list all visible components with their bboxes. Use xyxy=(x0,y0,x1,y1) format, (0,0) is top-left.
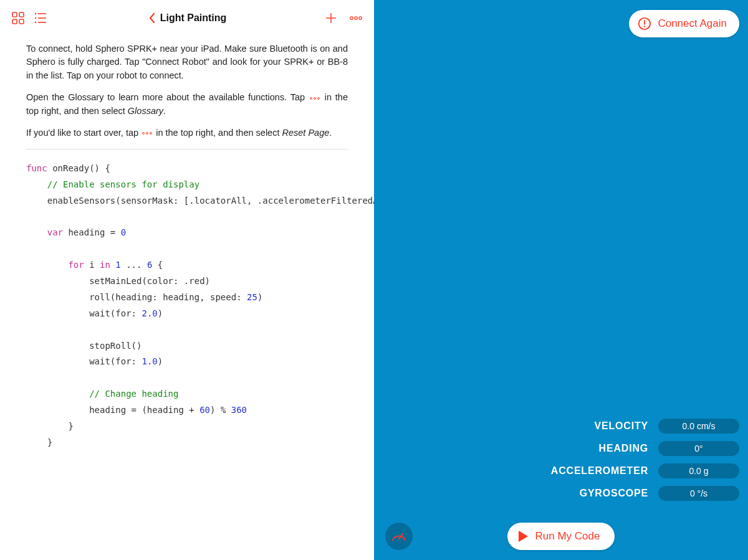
code-pane: Light Painting To connect, hold Sphero S… xyxy=(0,0,374,560)
code-token: ) xyxy=(158,356,163,366)
metric-label: HEADING xyxy=(599,443,648,454)
code-number: 1.0 xyxy=(141,356,157,366)
code-token: { xyxy=(152,260,163,270)
run-my-code-button[interactable]: Run My Code xyxy=(507,523,615,550)
code-number: 360 xyxy=(231,405,247,415)
instruction-p1: To connect, hold Sphero SPRK+ near your … xyxy=(26,42,348,82)
instruction-text: If you'd like to start over, tap xyxy=(26,128,138,138)
metric-label: VELOCITY xyxy=(595,420,648,432)
svg-rect-0 xyxy=(12,12,17,17)
svg-point-17 xyxy=(644,26,645,27)
connect-again-label: Connect Again xyxy=(658,17,727,30)
bottom-bar: Run My Code xyxy=(374,523,748,550)
code-number: 1 xyxy=(115,260,120,270)
metric-heading: HEADING 0° xyxy=(551,441,739,456)
code-token: func xyxy=(26,163,47,173)
speedometer-icon xyxy=(390,528,408,545)
instruction-p3: If you'd like to start over, tap in the … xyxy=(26,126,348,140)
code-token: i xyxy=(84,260,100,270)
reset-page-em: Reset Page xyxy=(282,128,329,138)
code-token: wait(for: xyxy=(89,308,141,318)
svg-point-13 xyxy=(355,17,357,19)
divider xyxy=(26,149,348,149)
code-number: 2.0 xyxy=(141,308,157,318)
code-comment: // Enable sensors for display xyxy=(47,179,199,189)
instruction-p2: Open the Glossary to learn more about th… xyxy=(26,91,348,118)
live-view-pane: Connect Again VELOCITY 0.0 cm/s HEADING … xyxy=(374,0,748,560)
code-token: ) xyxy=(257,292,262,302)
code-token: ... xyxy=(121,260,147,270)
instructions: To connect, hold Sphero SPRK+ near your … xyxy=(26,42,348,140)
code-token: ) xyxy=(158,308,163,318)
code-token: ) % xyxy=(210,405,231,415)
more-dots-icon xyxy=(310,97,320,100)
speed-button[interactable] xyxy=(385,523,413,550)
metric-value: 0° xyxy=(658,441,739,456)
topbar: Light Painting xyxy=(0,0,374,36)
code-token: stopRoll() xyxy=(89,341,141,351)
code-token: } xyxy=(68,421,73,431)
code-comment: // Change heading xyxy=(89,389,178,399)
code-block[interactable]: func onReady() { // Enable sensors for d… xyxy=(26,161,348,451)
plus-icon[interactable] xyxy=(324,11,338,25)
more-dots-icon xyxy=(142,132,152,135)
instruction-text: . xyxy=(163,106,166,116)
alert-icon xyxy=(638,17,651,31)
run-my-code-label: Run My Code xyxy=(535,530,600,543)
code-token: setMainLed(color: .red) xyxy=(89,276,210,286)
svg-point-4 xyxy=(35,13,36,14)
code-token: heading = xyxy=(63,227,121,237)
svg-rect-2 xyxy=(12,19,17,24)
content-area[interactable]: To connect, hold Sphero SPRK+ near your … xyxy=(0,36,374,560)
metric-label: GYROSCOPE xyxy=(580,488,648,499)
metric-label: ACCELEROMETER xyxy=(551,465,648,477)
code-token: wait(for: xyxy=(89,356,141,366)
page-title[interactable]: Light Painting xyxy=(160,12,227,24)
code-number: 0 xyxy=(121,227,126,237)
code-token: enableSensors(sensorMask: [.locatorAll, … xyxy=(47,196,374,206)
svg-point-6 xyxy=(35,17,36,19)
topbar-right xyxy=(324,11,363,25)
topbar-center: Light Painting xyxy=(0,12,374,24)
svg-point-12 xyxy=(350,17,353,19)
code-token: var xyxy=(47,227,63,237)
code-token: for xyxy=(68,260,84,270)
svg-rect-1 xyxy=(19,12,24,17)
play-icon xyxy=(519,531,528,542)
grid-icon[interactable] xyxy=(11,11,25,25)
code-token: heading = (heading + xyxy=(89,405,199,415)
metric-accelerometer: ACCELEROMETER 0.0 g xyxy=(551,463,739,478)
code-token: roll(heading: heading, speed: xyxy=(89,292,247,302)
instruction-text: . xyxy=(329,128,332,138)
code-token: onReady() { xyxy=(47,163,110,173)
back-chevron-icon[interactable] xyxy=(148,12,156,24)
instruction-text: in the top right, and then select xyxy=(156,128,282,138)
code-token: } xyxy=(47,437,52,447)
metric-value: 0.0 g xyxy=(658,463,739,478)
sensor-metrics: VELOCITY 0.0 cm/s HEADING 0° ACCELEROMET… xyxy=(551,419,739,501)
code-number: 60 xyxy=(199,405,210,415)
svg-rect-3 xyxy=(19,19,24,24)
instruction-text: Open the Glossary to learn more about th… xyxy=(26,92,305,102)
metric-velocity: VELOCITY 0.0 cm/s xyxy=(551,419,739,434)
list-icon[interactable] xyxy=(34,11,47,25)
code-number: 25 xyxy=(247,292,257,302)
metric-value: 0 °/s xyxy=(658,486,739,501)
more-dots-icon[interactable] xyxy=(349,14,363,22)
topbar-left xyxy=(11,11,47,25)
svg-point-14 xyxy=(359,17,362,19)
svg-point-8 xyxy=(35,22,36,23)
connect-again-button[interactable]: Connect Again xyxy=(629,10,739,37)
glossary-em: Glossary xyxy=(128,106,163,116)
metric-gyroscope: GYROSCOPE 0 °/s xyxy=(551,486,739,501)
code-token: in xyxy=(100,260,110,270)
metric-value: 0.0 cm/s xyxy=(658,419,739,434)
